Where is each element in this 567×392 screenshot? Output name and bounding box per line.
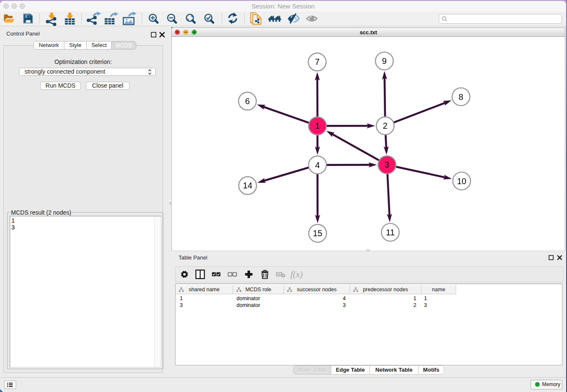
svg-text:7: 7 <box>315 57 319 66</box>
svg-text:15: 15 <box>313 229 322 238</box>
svg-text:10: 10 <box>457 177 466 186</box>
svg-text:11: 11 <box>386 228 395 237</box>
svg-text:3: 3 <box>385 160 389 169</box>
svg-text:6: 6 <box>245 97 250 106</box>
svg-text:4: 4 <box>315 160 320 170</box>
svg-text:14: 14 <box>243 181 252 190</box>
svg-text:f(x): f(x) <box>290 269 303 279</box>
svg-text:8: 8 <box>459 92 463 102</box>
svg-text:1: 1 <box>315 121 320 130</box>
svg-text:2: 2 <box>383 121 388 130</box>
svg-text:9: 9 <box>382 56 387 66</box>
